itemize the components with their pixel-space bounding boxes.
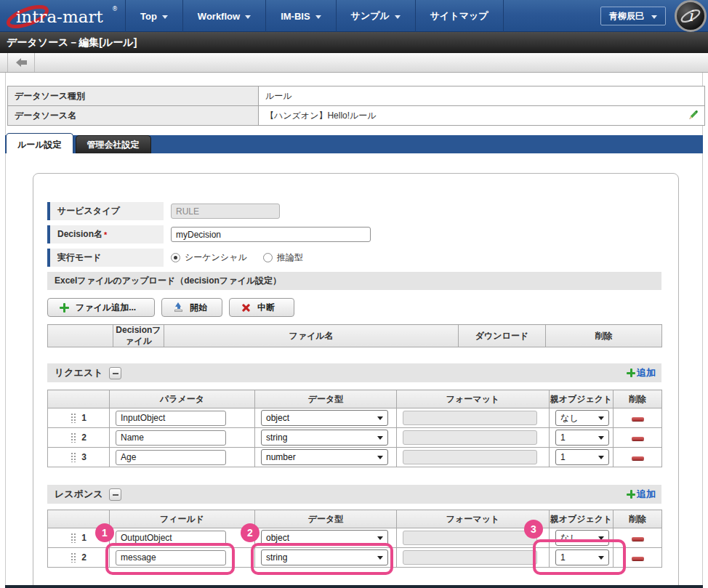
delete-row-icon[interactable]	[632, 437, 644, 440]
request-type-select[interactable]: object	[261, 410, 388, 426]
chevron-down-icon	[598, 416, 604, 420]
radio-inference-label: 推論型	[277, 251, 303, 264]
table-row: 2 string 1	[48, 548, 662, 568]
drag-handle[interactable]	[71, 432, 76, 443]
request-parent-select[interactable]: なし	[555, 410, 609, 426]
add-file-button[interactable]: ファイル追加...	[47, 298, 155, 317]
plus-icon	[627, 490, 635, 499]
response-type-select[interactable]: object	[261, 530, 388, 546]
request-param-header: パラメータ	[110, 390, 255, 408]
selected-type: number	[266, 452, 296, 462]
menu-sample-label: サンプル	[351, 9, 390, 23]
menu-top[interactable]: Top	[125, 0, 182, 32]
selected-type: string	[266, 552, 287, 563]
edit-pencil-icon[interactable]	[686, 110, 699, 124]
response-field-header: フィールド	[110, 510, 255, 528]
request-param-input[interactable]	[116, 450, 226, 465]
tab-rule-settings[interactable]: ルール設定	[6, 133, 73, 153]
selected-type: string	[266, 432, 287, 443]
request-param-input[interactable]	[116, 430, 226, 446]
annotation-badge-3: 3	[524, 520, 543, 539]
request-type-select[interactable]: number	[261, 449, 388, 465]
request-section-header: リクエスト 追加	[47, 363, 661, 382]
delete-row-icon[interactable]	[632, 557, 644, 560]
request-parent-select[interactable]: 1	[555, 430, 609, 446]
file-table-decision-file-header: Decisionファイル	[113, 325, 164, 347]
chevron-down-icon	[395, 15, 401, 19]
selected-parent: 1	[560, 552, 566, 563]
response-format-input	[403, 531, 537, 545]
add-file-button-label: ファイル追加...	[76, 302, 136, 314]
collapse-minus-icon[interactable]	[109, 367, 121, 379]
tab-strip: ルール設定 管理会社設定	[5, 135, 703, 153]
delete-row-icon[interactable]	[632, 456, 644, 460]
abort-upload-button[interactable]: 中断	[229, 298, 294, 317]
selected-type: object	[266, 533, 289, 543]
row-number: 2	[81, 432, 87, 443]
chevron-down-icon	[651, 15, 657, 19]
drag-handle[interactable]	[71, 413, 76, 423]
chevron-down-icon	[315, 15, 321, 19]
table-row: 3 number 1	[48, 448, 662, 467]
drag-handle[interactable]	[71, 452, 76, 462]
request-delete-header: 削除	[614, 390, 662, 408]
cancel-x-icon	[241, 303, 251, 313]
response-add-link[interactable]: 追加	[627, 488, 656, 501]
decision-name-label: Decision名 *	[47, 225, 164, 243]
table-row: 1 object なし	[48, 528, 662, 548]
decision-name-field[interactable]	[171, 227, 371, 242]
collapse-minus-icon[interactable]	[109, 488, 121, 501]
chevron-down-icon	[598, 456, 604, 459]
menu-im-bis[interactable]: IM-BIS	[265, 0, 335, 32]
menu-sitemap[interactable]: サイトマップ	[415, 0, 504, 32]
delete-row-icon[interactable]	[632, 417, 644, 421]
request-add-link[interactable]: 追加	[627, 366, 656, 379]
toolbar	[0, 53, 708, 73]
request-param-input[interactable]	[116, 411, 226, 426]
request-blank-header	[48, 390, 110, 408]
response-type-select[interactable]: string	[261, 549, 388, 565]
top-navbar: intra-mart ® Top Workflow IM-BIS サンプル サイ…	[0, 0, 708, 32]
utility-menu-icon[interactable]: i	[675, 0, 707, 32]
request-format-input	[403, 411, 537, 425]
file-table-blank-header	[48, 325, 113, 347]
response-section-header: レスポンス 追加	[47, 485, 661, 504]
menu-workflow[interactable]: Workflow	[182, 0, 265, 32]
tab-admin-company-settings[interactable]: 管理会社設定	[76, 135, 151, 153]
main-menu: Top Workflow IM-BIS サンプル サイトマップ	[125, 0, 504, 32]
drag-handle[interactable]	[71, 533, 76, 543]
response-field-input[interactable]	[116, 550, 226, 565]
exec-mode-label-text: 実行モード	[57, 251, 102, 264]
datasource-type-value: ルール	[259, 86, 705, 106]
chevron-down-icon	[377, 556, 383, 560]
drag-handle[interactable]	[71, 552, 76, 563]
annotation-badge-1: 1	[95, 523, 114, 542]
radio-inference[interactable]: 推論型	[263, 251, 303, 264]
excel-upload-section-title: Excelファイルのアップロード（decisionファイル設定）	[55, 275, 281, 287]
window-bottom-edge	[5, 585, 703, 588]
service-type-row: サービスタイプ	[47, 202, 661, 220]
chevron-down-icon	[162, 15, 168, 19]
exec-mode-label: 実行モード	[47, 249, 164, 267]
back-button[interactable]	[7, 53, 35, 72]
row-number: 2	[81, 552, 87, 563]
start-upload-button[interactable]: 開始	[161, 298, 222, 317]
delete-row-icon[interactable]	[632, 537, 644, 541]
datasource-name-value: 【ハンズオン】Hello!ルール	[259, 106, 705, 126]
logo-registered-mark: ®	[112, 6, 118, 12]
response-parent-select[interactable]: なし	[555, 530, 609, 546]
radio-sequential[interactable]: シーケンシャル	[171, 251, 247, 264]
user-menu-button[interactable]: 青柳辰巳	[600, 7, 666, 25]
menu-sample[interactable]: サンプル	[336, 0, 415, 32]
request-type-select[interactable]: string	[261, 430, 388, 446]
row-number-cell: 2	[48, 428, 110, 448]
decision-file-table: Decisionファイル ファイル名 ダウンロード 削除	[47, 324, 662, 347]
request-parent-select[interactable]: 1	[555, 449, 609, 465]
decision-name-label-text: Decision名	[57, 228, 102, 241]
response-parent-select[interactable]: 1	[555, 549, 609, 565]
chevron-down-icon	[598, 536, 604, 540]
chevron-down-icon	[245, 15, 251, 19]
row-number-cell: 2	[48, 548, 110, 568]
intra-mart-logo[interactable]: intra-mart ®	[4, 2, 124, 30]
response-field-input[interactable]	[116, 531, 226, 546]
